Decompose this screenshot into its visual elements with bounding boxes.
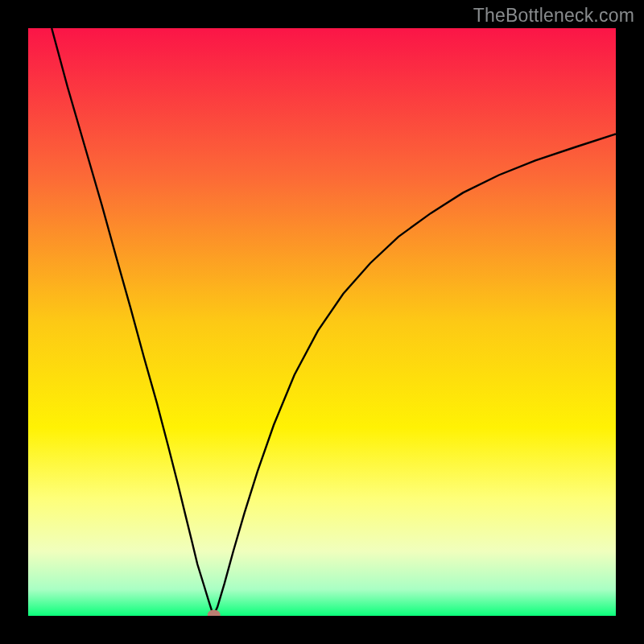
watermark-text: TheBottleneck.com [473,5,634,27]
plot-area [28,28,616,616]
gradient-background [28,28,616,616]
chart-svg [28,28,616,616]
outer-frame: TheBottleneck.com [0,0,644,644]
